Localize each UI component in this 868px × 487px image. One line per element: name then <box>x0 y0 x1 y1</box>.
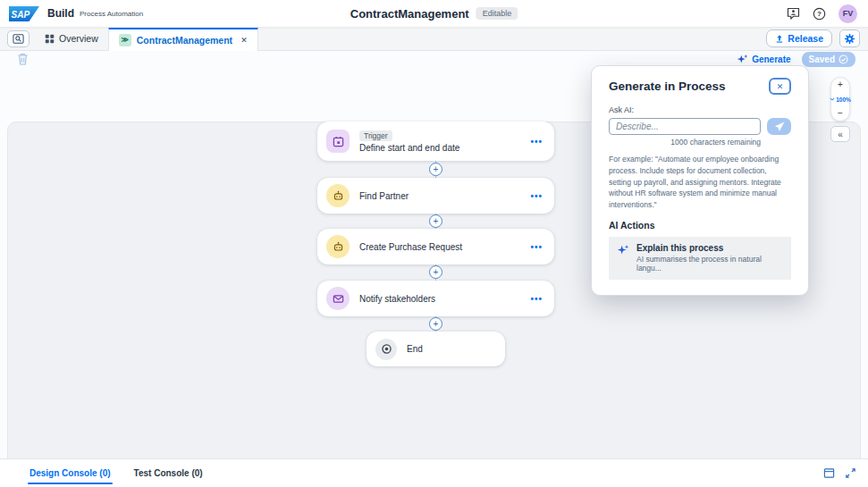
node-title: End <box>407 344 423 354</box>
shell-actions: ? FV <box>787 4 857 23</box>
example-text: For example: "Automate our employee onbo… <box>609 154 791 211</box>
tab-design-console[interactable]: Design Console (0) <box>29 459 111 487</box>
delete-button[interactable] <box>17 53 29 65</box>
trigger-calendar-icon <box>326 130 350 153</box>
node-overflow-button[interactable]: ••• <box>530 242 543 252</box>
avatar-initials: FV <box>839 4 857 23</box>
zoom-in-button[interactable]: + <box>838 80 843 90</box>
node-overflow-button[interactable]: ••• <box>530 191 543 201</box>
tab-project-label: ContractManagement <box>137 35 232 46</box>
gear-icon <box>844 33 855 45</box>
envelope-icon <box>326 287 350 310</box>
console-panel-button[interactable] <box>823 467 835 479</box>
zoom-controls: + 100% − <box>830 77 850 122</box>
page-title: ContractManagement <box>350 7 469 21</box>
describe-input[interactable] <box>609 118 761 135</box>
node-notify-stakeholders[interactable]: Notify stakeholders ••• <box>317 281 554 316</box>
user-avatar[interactable]: FV <box>839 4 857 23</box>
explorer-search-button[interactable] <box>7 30 29 47</box>
add-step-button[interactable]: + <box>429 317 442 331</box>
release-button[interactable]: Release <box>766 29 832 47</box>
double-chevron-left-icon: « <box>838 130 843 139</box>
editable-badge: Editable <box>476 7 518 20</box>
generate-in-process-dialog: Generate in Process ✕ Ask AI: 1000 chara… <box>591 65 809 296</box>
tab-overview[interactable]: Overview <box>35 27 108 51</box>
action-title: Explain this process <box>636 243 783 253</box>
close-icon: ✕ <box>777 82 784 91</box>
feedback-icon <box>787 7 800 21</box>
action-explain-process[interactable]: Explain this process AI summarises the p… <box>609 237 791 280</box>
action-subtitle: AI summarises the process in natural lan… <box>636 255 783 273</box>
upload-icon <box>775 34 784 44</box>
product-subtitle: Process Automation <box>80 10 143 18</box>
characters-remaining: 1000 characters remaining <box>609 138 761 147</box>
add-step-button[interactable]: + <box>429 265 442 279</box>
tabbar-actions: Release <box>766 29 868 47</box>
sap-logo: SAP <box>9 6 39 21</box>
search-overview-icon <box>13 33 24 45</box>
paper-plane-icon <box>774 122 785 132</box>
generate-button[interactable]: Generate <box>737 54 790 65</box>
zoom-level-dropdown[interactable]: 100% <box>830 97 851 103</box>
node-title: Notify stakeholders <box>359 294 435 304</box>
ask-ai-label: Ask AI: <box>609 105 791 114</box>
release-label: Release <box>788 33 823 44</box>
node-overflow-button[interactable]: ••• <box>530 294 543 304</box>
saved-button[interactable]: Saved <box>802 52 855 67</box>
collapse-panel-button[interactable]: « <box>830 126 850 142</box>
node-title: Define start and end date <box>359 143 459 153</box>
automation-bot-icon <box>326 184 350 207</box>
add-step-button[interactable]: + <box>429 163 442 176</box>
shell-header: SAP Build Process Automation ContractMan… <box>0 0 868 28</box>
ai-sparkle-icon <box>737 54 748 65</box>
test-console-label: Test Console (0) <box>134 468 203 478</box>
console-bar: Design Console (0) Test Console (0) <box>0 458 868 487</box>
expand-console-button[interactable] <box>845 467 856 479</box>
trash-icon <box>17 53 29 65</box>
feedback-button[interactable] <box>787 7 800 21</box>
tab-bar: Overview ≫ ContractManagement ✕ Release <box>0 27 868 51</box>
node-title: Create Purchase Request <box>359 242 462 252</box>
shell-title-group: ContractManagement Editable <box>350 7 518 21</box>
add-step-button[interactable]: + <box>429 214 442 228</box>
svg-text:SAP: SAP <box>12 9 30 19</box>
node-trigger[interactable]: Trigger Define start and end date ••• <box>317 122 554 161</box>
svg-text:?: ? <box>817 10 822 18</box>
node-overflow-button[interactable]: ••• <box>530 137 543 147</box>
panel-icon <box>823 467 835 479</box>
expand-icon <box>845 467 856 479</box>
saved-label: Saved <box>809 55 835 64</box>
design-console-label: Design Console (0) <box>29 468 111 478</box>
end-bullseye-icon <box>375 339 397 360</box>
dialog-title: Generate in Process <box>609 80 726 93</box>
automation-bot-icon <box>326 235 350 258</box>
trigger-badge: Trigger <box>359 130 392 141</box>
ai-actions-heading: AI Actions <box>609 220 791 231</box>
tab-close-icon[interactable]: ✕ <box>240 36 248 45</box>
dialog-close-button[interactable]: ✕ <box>769 78 791 95</box>
help-button[interactable]: ? <box>813 7 826 21</box>
zoom-level-value: 100% <box>836 97 851 103</box>
node-title: Find Partner <box>359 191 409 201</box>
tab-contractmanagement[interactable]: ≫ ContractManagement ✕ <box>108 27 258 51</box>
tab-overview-label: Overview <box>59 33 98 44</box>
product-name: Build <box>47 7 74 20</box>
help-icon: ? <box>813 7 826 21</box>
grid-icon <box>45 34 55 44</box>
ai-sparkle-icon <box>617 243 629 256</box>
tab-test-console[interactable]: Test Console (0) <box>134 459 203 487</box>
send-button[interactable] <box>767 118 791 135</box>
zoom-out-button[interactable]: − <box>838 108 843 119</box>
chevron-down-icon <box>830 97 835 101</box>
node-find-partner[interactable]: Find Partner ••• <box>317 178 554 214</box>
generate-label: Generate <box>752 55 790 64</box>
shell-branding: SAP Build Process Automation <box>0 6 143 21</box>
settings-button[interactable] <box>839 29 860 47</box>
process-icon: ≫ <box>119 34 131 46</box>
node-end[interactable]: End <box>367 332 505 366</box>
node-create-purchase-request[interactable]: Create Purchase Request ••• <box>317 229 554 264</box>
check-circle-icon <box>839 55 848 64</box>
